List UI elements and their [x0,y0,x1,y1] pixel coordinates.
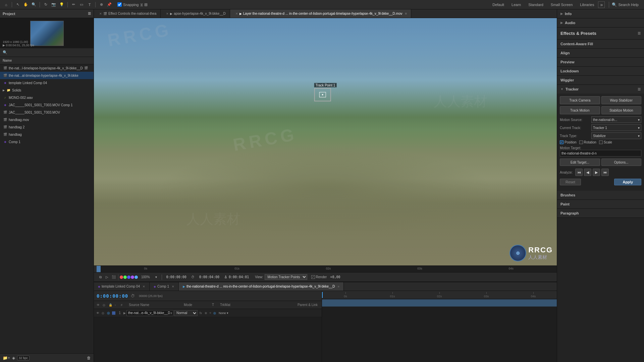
new-folder-icon[interactable]: 📁+ [3,356,10,360]
tracker-section-header[interactable]: ▼ Tracker ☰ [557,85,644,94]
workspace-libraries[interactable]: Libraries [577,2,597,8]
snapping-checkbox[interactable] [117,2,122,7]
options-button[interactable]: Options... [601,159,642,166]
zoom-dropdown-icon[interactable]: ▾ [153,274,159,280]
analyze-backward-btn[interactable]: ◀ [584,169,591,176]
timecode-icon[interactable]: ⏱ [131,294,135,298]
timeline-ruler[interactable]: 0s 01s 02s [322,291,557,299]
motion-blur-icon[interactable]: ⊛ [205,311,207,315]
tool-camera[interactable]: 📷 [50,1,57,8]
stabilize-motion-button[interactable]: Stabilize Motion [601,106,642,114]
layer-solo-icon[interactable]: ◎ [101,311,105,315]
analyze-forward-all-btn[interactable]: ⏭ [601,169,609,176]
wiggler-header[interactable]: Wiggler [557,76,644,84]
tool-pin[interactable]: 📌 [106,1,113,8]
lockdown-header[interactable]: Lockdown [557,67,644,75]
tracker-menu-icon[interactable]: ☰ [638,87,641,91]
layer-shy-icon[interactable]: ◎ [106,311,111,315]
track-point-1[interactable]: Track Point 1 [314,83,337,102]
edit-target-button[interactable]: Edit Target... [560,159,600,166]
tool-shape[interactable]: ▭ [78,1,85,8]
current-track-dropdown[interactable]: Tracker 1 ▾ [591,124,641,131]
track-motion-button[interactable]: Track Motion [560,106,600,114]
close-icon[interactable]: ✕ [172,285,174,288]
viewer-icon1[interactable]: ⧉ [97,274,103,280]
brushes-header[interactable]: Brushes [557,191,644,199]
purple-btn[interactable] [131,276,134,279]
panel-menu-icon[interactable]: ☰ [88,12,91,15]
paint-header[interactable]: Paint [557,200,644,208]
analyze-backward-all-btn[interactable]: ⏮ [575,169,583,176]
green-btn[interactable] [123,276,127,279]
layer-expand-icon[interactable]: ▶ [123,311,126,315]
timeline-bar[interactable]: 0s 01s 02s 03s 04s [97,266,557,272]
audio-section-header[interactable]: ▶ Audio [557,18,644,27]
shy-icon[interactable]: ◎ [213,311,216,315]
layer-visibility-icon[interactable]: 👁 [95,311,100,315]
close-icon[interactable]: ✕ [166,12,169,15]
tab-comp1[interactable]: ◈ Comp 1 ✕ [150,282,179,291]
ep-menu-icon[interactable]: ☰ [638,32,641,35]
rotation-checkbox[interactable] [579,140,583,144]
track-camera-button[interactable]: Track Camera [560,96,600,104]
tool-text[interactable]: T [86,1,93,8]
list-item[interactable]: 🎬 handbag 2 [0,123,94,131]
track-type-dropdown[interactable]: Stabilize ▾ [591,132,641,139]
tab-main-layer[interactable]: ▶ the-national-theatre-d ... res-in-the-… [179,282,344,291]
track-area[interactable] [322,299,557,330]
preview-header[interactable]: Preview [557,58,644,66]
tab-menu-icon[interactable]: ≡ [337,285,339,288]
viewer-icon3[interactable]: ⬛ [111,274,117,280]
tool-rotate[interactable]: ↻ [42,1,49,8]
tool-pen[interactable]: ✏ [70,1,77,8]
close-icon[interactable]: ✕ [99,12,102,15]
tab-footage[interactable]: ✕ ▶ apse-hyperlapse-4k_v_9l-bkke__D [161,9,230,18]
apply-button[interactable]: Apply [614,179,641,185]
analyze-forward-btn[interactable]: ▶ [593,169,600,176]
red-btn[interactable] [120,276,123,279]
tool-select[interactable]: ↖ [14,1,21,8]
blue-btn[interactable] [127,276,130,279]
track-point-box[interactable] [314,88,331,102]
tool-light[interactable]: 💡 [58,1,65,8]
tab-effect-controls[interactable]: ✕ 🎬 Effect Controls the-national-thea [94,9,161,18]
list-item[interactable]: ◈ template Linked Comp 04 [0,79,94,86]
render-checkbox[interactable]: ✓ [311,275,315,279]
cyan-btn[interactable] [135,276,138,279]
list-item[interactable]: 🎬 JAC_____S001_S001_T003.MOV [0,109,94,116]
track-bar-row[interactable] [322,299,557,307]
viewer-icon2[interactable]: ▷ [104,274,110,280]
list-item[interactable]: 🎬 handbag.mov [0,116,94,123]
list-item[interactable]: ♪ MONO-002.wav [0,94,94,101]
tab-layer-viewer[interactable]: ✕ ▶ Layer the-national-theatre-d ... in-… [230,9,412,18]
tab-linked-comp[interactable]: ◈ template Linked Comp 04 ✕ [94,282,150,291]
time-icon[interactable]: ⏱ [190,274,196,280]
effects-icon[interactable]: fx [200,311,202,315]
workspace-default[interactable]: Default [489,2,507,8]
close-icon[interactable]: ✕ [143,285,145,288]
list-item[interactable]: 🎬 the-nat...al-timelapse-hyperlapse-4k_v… [0,72,94,79]
list-item[interactable]: 🎬 the-nat...l-timelapse-hyperlapse-4k_v_… [0,64,94,72]
layer-name-input[interactable] [126,310,173,316]
tool-hand[interactable]: ✋ [22,1,29,8]
viewer-timeline-strip[interactable]: 0s 01s 02s 03s 04s [94,265,557,272]
align-header[interactable]: Align [557,49,644,57]
tool-zoom[interactable]: 🔍 [31,1,37,8]
content-aware-header[interactable]: Content-Aware Fill [557,40,644,48]
list-item[interactable]: ◈ Comp 1 [0,138,94,145]
position-checkbox[interactable]: ✓ [560,140,564,144]
timecode-display[interactable]: 0:00:00:00 [97,293,128,299]
list-item[interactable]: ◈ JAC_____S001_S001_T003.MOV Comp 1 [0,101,94,109]
motion-source-dropdown[interactable]: the-national-th... ▾ [591,116,641,123]
workspace-standard[interactable]: Standard [525,2,547,8]
search-help-area[interactable]: 🔍 Search Help [609,2,641,8]
new-comp-icon[interactable]: ◈ [12,356,15,360]
view-dropdown[interactable]: Motion Tracker Points [265,274,307,280]
paragraph-header[interactable]: Paragraph [557,209,644,218]
trash-icon[interactable]: 🗑 [87,356,91,360]
workspace-learn[interactable]: Learn [508,2,524,8]
tool-puppet[interactable]: ⊕ [98,1,105,8]
info-section-header[interactable]: ▶ Info [557,9,644,18]
tab-menu-icon[interactable]: ≡ [405,12,407,15]
app-home-icon[interactable]: ⌂ [3,1,9,8]
